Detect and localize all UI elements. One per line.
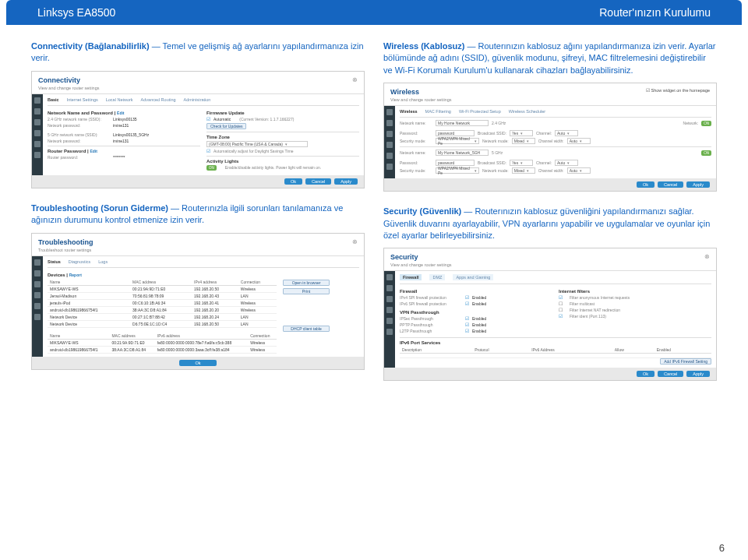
name-input[interactable]: My Home Network: [436, 120, 489, 126]
pw-input[interactable]: password: [436, 160, 475, 166]
cw-select[interactable]: Auto: [567, 167, 591, 174]
sidebar-icon[interactable]: [34, 292, 41, 298]
auto-check[interactable]: [206, 117, 210, 122]
cancel-button[interactable]: Cancel: [305, 178, 331, 185]
sidebar-icon[interactable]: [34, 141, 41, 147]
table-row[interactable]: android-db198619866754f138:AA:3C:D8:A1:8…: [48, 306, 277, 313]
sidebar-icon[interactable]: [34, 119, 41, 125]
sidebar-icon[interactable]: [386, 153, 393, 159]
tab-logs[interactable]: Logs: [98, 259, 108, 264]
activity-toggle[interactable]: ON: [206, 165, 217, 171]
open-browser-button[interactable]: Open in browser: [283, 280, 330, 286]
ok-button[interactable]: Ok: [179, 360, 216, 366]
table-row[interactable]: Network Device00:27:1C:B7:88:42192.168.2…: [48, 313, 277, 320]
tab-status[interactable]: Status: [48, 259, 61, 264]
ok-button[interactable]: Ok: [637, 181, 654, 188]
ok-button[interactable]: Ok: [284, 178, 302, 185]
tab-mac[interactable]: MAC Filtering: [425, 109, 451, 114]
sidebar-icon[interactable]: [386, 307, 393, 313]
check-icon[interactable]: [465, 316, 469, 321]
if-item: ☐ Filter multicast: [559, 301, 711, 306]
tab-wps[interactable]: Wi-Fi Protected Setup: [459, 109, 501, 114]
network-toggle[interactable]: ON: [701, 150, 711, 156]
close-icon[interactable]: ⊗: [704, 253, 710, 260]
table-row[interactable]: jerauls-iPod00:C6:10:1B:A6:34192.168.20.…: [48, 299, 277, 306]
tab-routing[interactable]: Advanced Routing: [141, 97, 176, 102]
table-row[interactable]: android-db198619866754f138:AA:3C:D8:A1:8…: [48, 346, 277, 353]
print-button[interactable]: Print: [283, 288, 330, 294]
nm-select[interactable]: Mixed: [512, 138, 535, 144]
report-link[interactable]: Report: [69, 273, 82, 277]
check-icon[interactable]: [465, 322, 469, 327]
check-icon[interactable]: ☐: [559, 308, 566, 312]
tab-dmz[interactable]: DMZ: [429, 274, 445, 280]
bssid-select[interactable]: Yes: [510, 160, 533, 166]
add-setting-button[interactable]: Add IPv6 Firewall Setting: [660, 358, 711, 365]
tab-internet[interactable]: Internet Settings: [67, 97, 98, 102]
apply-button[interactable]: Apply: [334, 178, 358, 185]
bssid-select[interactable]: Yes: [510, 130, 533, 136]
check-icon[interactable]: [559, 314, 566, 319]
ch-select[interactable]: Auto: [555, 160, 578, 166]
sidebar-icon[interactable]: [34, 270, 41, 276]
sidebar-icon[interactable]: [34, 130, 41, 136]
sec-select[interactable]: WPA2/WPA Mixed Pe: [436, 167, 479, 174]
name-input[interactable]: My Home Network_5GH: [436, 150, 489, 156]
edit-link[interactable]: Edit: [117, 111, 124, 115]
tab-firewall[interactable]: Firewall: [400, 274, 422, 280]
check-icon[interactable]: [465, 295, 469, 300]
sidebar-icon[interactable]: [386, 329, 393, 335]
tab-sched[interactable]: Wireless Scheduler: [509, 109, 545, 114]
sidebar-icon[interactable]: [34, 152, 41, 158]
sidebar-icon[interactable]: [386, 120, 393, 126]
tab-diag[interactable]: Diagnostics: [69, 259, 90, 264]
tab-wireless[interactable]: Wireless: [400, 109, 418, 114]
apply-button[interactable]: Apply: [686, 181, 710, 188]
sidebar-icon[interactable]: [386, 285, 393, 291]
sidebar-icon[interactable]: [386, 318, 393, 324]
sidebar-icon[interactable]: [34, 259, 41, 266]
sidebar-icon[interactable]: [34, 303, 41, 309]
close-icon[interactable]: ⊗: [352, 76, 358, 83]
tab-basic[interactable]: Basic: [48, 97, 59, 102]
pw-input[interactable]: password: [436, 130, 475, 136]
dst-check[interactable]: [206, 149, 210, 153]
sidebar-icon[interactable]: [386, 131, 393, 137]
check-updates-button[interactable]: Check for Updates: [206, 123, 246, 129]
sidebar-icon[interactable]: [386, 164, 393, 170]
sidebar-icon[interactable]: [34, 97, 41, 104]
check-icon[interactable]: ☐: [559, 301, 566, 306]
ch-select[interactable]: Auto: [555, 130, 578, 136]
ok-button[interactable]: Ok: [637, 371, 654, 377]
close-icon[interactable]: ⊗: [352, 238, 358, 245]
sidebar-icon[interactable]: [386, 142, 393, 148]
tab-local[interactable]: Local Network: [106, 97, 133, 102]
cancel-button[interactable]: Cancel: [658, 181, 683, 188]
tab-admin[interactable]: Administration: [184, 97, 211, 102]
table-row[interactable]: MIKSAWYE-WS00:21:9A:9D:71:E0192.168.20.5…: [48, 285, 277, 292]
nm-select[interactable]: Mixed: [512, 167, 535, 174]
sidebar-icon[interactable]: [386, 296, 393, 302]
tab-apps[interactable]: Apps and Gaming: [453, 274, 493, 280]
check-icon[interactable]: [465, 301, 469, 306]
apply-button[interactable]: Apply: [686, 371, 710, 377]
cw-select[interactable]: Auto: [567, 138, 591, 144]
table-row[interactable]: MIKSAWYE-WS00:21:9A:9D:71:E0fe80:0000:00…: [48, 339, 277, 346]
sidebar-icon[interactable]: [34, 314, 41, 320]
panel-sidebar: [384, 106, 395, 178]
widget-toggle[interactable]: Show widget on the homepage: [646, 88, 710, 93]
sidebar-icon[interactable]: [34, 281, 41, 287]
sidebar-icon[interactable]: [34, 108, 41, 114]
network-toggle[interactable]: ON: [701, 121, 711, 126]
edit-link[interactable]: Edit: [90, 149, 97, 153]
table-row[interactable]: Network DeviceD6:75:0E:1C:1D:C4192.168.2…: [48, 320, 277, 327]
check-icon[interactable]: [559, 295, 566, 300]
dhcp-button[interactable]: DHCP client table: [283, 326, 330, 332]
sidebar-icon[interactable]: [386, 109, 393, 115]
sec-select[interactable]: WPA2/WPA Mixed Pe: [436, 138, 479, 144]
check-icon[interactable]: [465, 329, 469, 333]
sidebar-icon[interactable]: [386, 274, 393, 280]
tz-select[interactable]: (GMT-08:00) Pacific Time (USA & Canada): [206, 141, 308, 147]
table-row[interactable]: Jeraul-Madison70:56:81:98:78:09192.168.2…: [48, 292, 277, 299]
cancel-button[interactable]: Cancel: [658, 371, 683, 377]
